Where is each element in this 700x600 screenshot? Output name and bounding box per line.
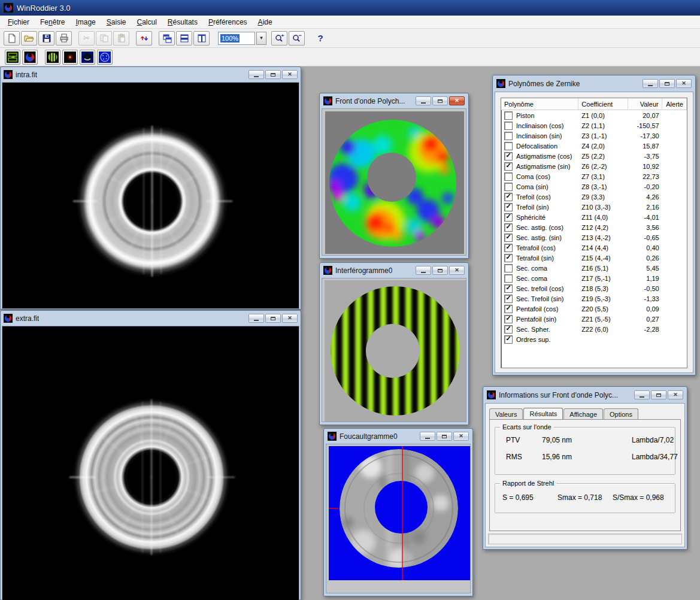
foucault-canvas[interactable] [326, 444, 471, 593]
zernike-row[interactable]: Inclinaison (cos) Z2 (1,1) -150,57 [501, 120, 687, 131]
donut-image-tool-button[interactable] [80, 50, 95, 65]
zernike-checkbox[interactable] [504, 315, 513, 323]
cut-button[interactable]: ✂ [78, 31, 95, 46]
menu-item[interactable]: Résultats [162, 16, 203, 28]
column-header-coefficient[interactable]: Coefficient [578, 98, 628, 110]
zernike-row[interactable]: Sec. Spher. Z22 (6,0) -2,28 [501, 324, 687, 334]
zernike-row[interactable]: Trefoil (sin) Z10 (3,-3) 2,16 [501, 202, 687, 212]
interferogram-tool-button[interactable] [45, 50, 60, 65]
extra-image-canvas[interactable] [2, 326, 299, 600]
zernike-row[interactable]: Sec. astig. (cos) Z12 (4,2) 3,56 [501, 222, 687, 232]
zernike-checkbox[interactable] [504, 111, 513, 120]
zernike-checkbox[interactable] [504, 193, 513, 201]
maximize-button[interactable] [265, 70, 281, 79]
zernike-checkbox[interactable] [504, 295, 513, 303]
zernike-row[interactable]: Ordres sup. [501, 334, 687, 344]
zernike-checkbox[interactable] [504, 335, 513, 344]
info-tab[interactable]: Options [604, 408, 638, 420]
zernike-row[interactable]: Défocalisation Z4 (2,0) 15,87 [501, 141, 687, 151]
zernike-row[interactable]: Inclinaison (sin) Z3 (1,-1) -17,30 [501, 131, 687, 141]
zernike-row[interactable]: Tetrafoil (sin) Z15 (4,-4) 0,26 [501, 253, 687, 263]
maximize-button[interactable] [432, 96, 448, 105]
maximize-button[interactable] [265, 314, 281, 323]
zernike-titlebar[interactable]: Polynômes de Zernike ✕ [495, 75, 693, 92]
zernike-checkbox[interactable] [504, 132, 513, 140]
menu-item[interactable]: Aide [253, 16, 278, 28]
transfer-button[interactable] [136, 31, 152, 46]
menu-item[interactable]: Saisie [101, 16, 132, 28]
menu-item[interactable]: Fichier [2, 16, 35, 28]
maximize-button[interactable] [432, 266, 448, 275]
psf-tool-button[interactable] [62, 50, 78, 65]
acquisition-button[interactable] [5, 50, 20, 65]
zernike-row[interactable]: Sec. coma Z17 (5,-1) 1,19 [501, 273, 687, 283]
zernike-row[interactable]: Piston Z1 (0,0) 20,07 [501, 110, 687, 120]
column-header-polynome[interactable]: Polynôme [501, 98, 578, 110]
minimize-button[interactable] [249, 314, 264, 323]
zernike-checkbox[interactable] [504, 213, 513, 222]
minimize-button[interactable] [416, 266, 431, 275]
menu-item[interactable]: Calcul [132, 16, 162, 28]
zernike-checkbox[interactable] [504, 325, 513, 334]
maximize-button[interactable] [651, 390, 666, 399]
zernike-checkbox[interactable] [504, 264, 513, 272]
close-button[interactable]: ✕ [282, 314, 298, 323]
zernike-checkbox[interactable] [504, 254, 513, 262]
wavefront-canvas[interactable] [322, 108, 466, 256]
foucault-titlebar[interactable]: Foucaultgramme0 ✕ [326, 429, 471, 444]
zernike-checkbox[interactable] [504, 122, 513, 130]
zernike-checkbox[interactable] [504, 142, 513, 150]
info-tab[interactable]: Affichage [563, 408, 603, 420]
close-button[interactable]: ✕ [668, 390, 683, 399]
close-button[interactable]: ✕ [282, 70, 298, 79]
info-tab[interactable]: Résultats [523, 408, 563, 420]
zernike-checkbox[interactable] [504, 244, 513, 252]
extra-titlebar[interactable]: extra.fit ✕ [2, 311, 299, 326]
tile-vertical-button[interactable] [193, 31, 210, 46]
minimize-button[interactable] [643, 79, 658, 88]
intra-image-canvas[interactable] [2, 82, 299, 309]
zernike-checkbox[interactable] [504, 172, 513, 181]
column-header-valeur[interactable]: Valeur [628, 98, 662, 110]
zernike-row[interactable]: Pentafoil (sin) Z21 (5,-5) 0,27 [501, 314, 687, 324]
zernike-row[interactable]: Sec. trefoil (cos) Z18 (5,3) -0,50 [501, 283, 687, 293]
menu-item[interactable]: Fenêtre [35, 16, 70, 28]
zernike-row[interactable]: Coma (sin) Z8 (3,-1) -0,20 [501, 181, 687, 192]
zernike-row[interactable]: Sec. astig. (sin) Z13 (4,-2) -0,65 [501, 232, 687, 243]
minimize-button[interactable] [634, 390, 650, 399]
zernike-checkbox[interactable] [504, 183, 513, 191]
zernike-row[interactable]: Pentafoil (cos) Z20 (5,5) 0,09 [501, 304, 687, 314]
save-button[interactable] [38, 31, 54, 46]
close-button[interactable]: ✕ [676, 79, 692, 88]
zernike-checkbox[interactable] [504, 203, 513, 211]
winroddier-logo-button[interactable] [22, 50, 38, 65]
close-button[interactable]: ✕ [453, 432, 469, 441]
zoom-dropdown-button[interactable]: ▼ [256, 32, 266, 45]
foucault-tool-button[interactable] [97, 50, 113, 65]
zernike-checkbox[interactable] [504, 305, 513, 313]
zoom-in-button[interactable]: + [271, 31, 287, 46]
tile-horizontal-button[interactable] [176, 31, 192, 46]
zernike-checkbox[interactable] [504, 284, 513, 293]
zernike-row[interactable]: Coma (cos) Z7 (3,1) 22,73 [501, 171, 687, 181]
open-file-button[interactable] [21, 31, 37, 46]
info-titlebar[interactable]: Informations sur Front d'onde Polyc... ✕ [485, 387, 685, 403]
zernike-row[interactable]: Sphéricité Z11 (4,0) -4,01 [501, 212, 687, 222]
minimize-button[interactable] [420, 432, 435, 441]
zernike-checkbox[interactable] [504, 274, 513, 283]
zernike-row[interactable]: Trefoil (cos) Z9 (3,3) 4,26 [501, 192, 687, 202]
paste-button[interactable] [113, 31, 129, 46]
new-file-button[interactable] [4, 31, 20, 46]
zernike-checkbox[interactable] [504, 162, 513, 171]
wavefront-titlebar[interactable]: Front d'onde Polych... ✕ [322, 93, 466, 108]
menu-item[interactable]: Image [70, 16, 101, 28]
zoom-out-button[interactable]: − [289, 31, 305, 46]
main-titlebar[interactable]: WinRoddier 3.0 [0, 0, 700, 16]
copy-button[interactable] [96, 31, 112, 46]
zernike-checkbox[interactable] [504, 234, 513, 242]
zernike-row[interactable]: Tetrafoil (cos) Z14 (4,4) 0,40 [501, 243, 687, 253]
cascade-windows-button[interactable] [159, 31, 175, 46]
zernike-row[interactable]: Sec. Trefoil (sin) Z19 (5,-3) -1,33 [501, 293, 687, 304]
interferogram-canvas[interactable] [322, 278, 466, 422]
zernike-checkbox[interactable] [504, 223, 513, 232]
